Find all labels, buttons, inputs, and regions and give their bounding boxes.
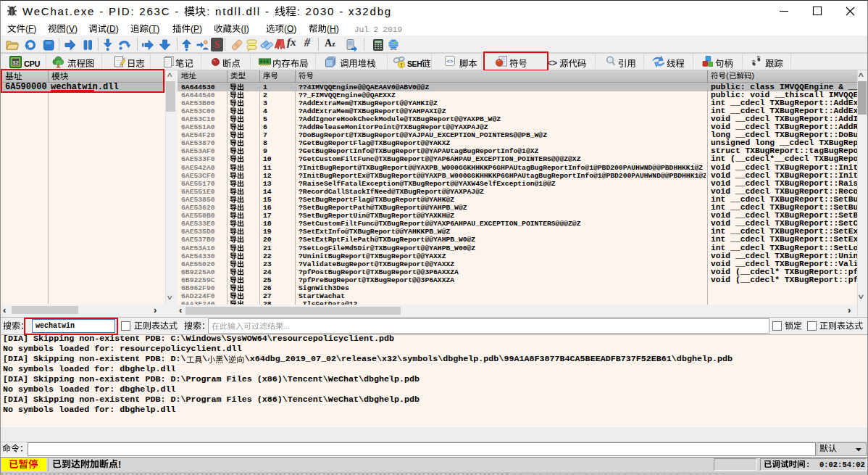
svg-text:!: ! xyxy=(401,62,403,68)
svg-text:32: 32 xyxy=(12,59,19,66)
svg-text:<>: <> xyxy=(446,59,454,65)
